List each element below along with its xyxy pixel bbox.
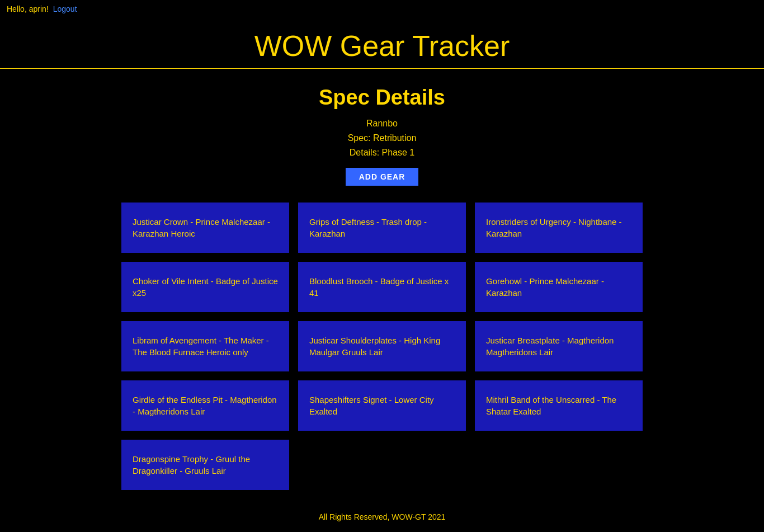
gear-card-text: Grips of Deftness - Trash drop - Karazha… <box>309 216 455 239</box>
hello-text: Hello, aprin! <box>7 4 49 13</box>
gear-card[interactable]: Bloodlust Brooch - Badge of Justice x 41 <box>298 262 466 312</box>
top-bar: Hello, aprin! Logout <box>0 0 764 18</box>
gear-card[interactable]: Ironstriders of Urgency - Nightbane - Ka… <box>475 203 643 253</box>
details-info: Details: Phase 1 <box>350 148 415 158</box>
site-title: WOW Gear Tracker <box>0 29 764 63</box>
gear-card[interactable]: Justicar Shoulderplates - High King Maul… <box>298 321 466 371</box>
gear-card-text: Mithril Band of the Unscarred - The Shat… <box>486 394 631 417</box>
gear-card-text: Justicar Breastplate - Magtheridon Magth… <box>486 335 631 358</box>
gear-card-text: Ironstriders of Urgency - Nightbane - Ka… <box>486 216 631 239</box>
gear-card-text: Justicar Shoulderplates - High King Maul… <box>309 335 455 358</box>
gear-card-text: Libram of Avengement - The Maker - The B… <box>133 335 278 358</box>
footer-text: All Rights Reserved, WOW-GT 2021 <box>319 512 446 521</box>
gear-card[interactable]: Justicar Crown - Prince Malchezaar - Kar… <box>121 203 289 253</box>
character-name: Rannbo <box>366 119 398 129</box>
logout-link[interactable]: Logout <box>53 4 77 13</box>
footer: All Rights Reserved, WOW-GT 2021 <box>0 490 764 532</box>
gear-card-text: Dragonspine Trophy - Gruul the Dragonkil… <box>133 453 278 477</box>
gear-card-text: Girdle of the Endless Pit - Magtheridon … <box>133 394 278 417</box>
gear-grid: Justicar Crown - Prince Malchezaar - Kar… <box>112 203 652 490</box>
gear-card[interactable]: Libram of Avengement - The Maker - The B… <box>121 321 289 371</box>
site-title-container: WOW Gear Tracker <box>0 18 764 69</box>
gear-card[interactable]: Choker of Vile Intent - Badge of Justice… <box>121 262 289 312</box>
gear-card[interactable]: Mithril Band of the Unscarred - The Shat… <box>475 380 643 431</box>
gear-card[interactable]: Justicar Breastplate - Magtheridon Magth… <box>475 321 643 371</box>
gear-card-text: Choker of Vile Intent - Badge of Justice… <box>133 275 278 299</box>
gear-card[interactable]: Girdle of the Endless Pit - Magtheridon … <box>121 380 289 431</box>
main-content: Spec Details Rannbo Spec: Retribution De… <box>0 69 764 490</box>
gear-card-text: Gorehowl - Prince Malchezaar - Karazhan <box>486 275 631 299</box>
gear-card-text: Shapeshifters Signet - Lower City Exalte… <box>309 394 455 417</box>
spec-info: Spec: Retribution <box>348 133 417 143</box>
page-heading: Spec Details <box>319 86 445 110</box>
gear-card[interactable]: Dragonspine Trophy - Gruul the Dragonkil… <box>121 440 289 490</box>
gear-card[interactable]: Shapeshifters Signet - Lower City Exalte… <box>298 380 466 431</box>
gear-card[interactable]: Gorehowl - Prince Malchezaar - Karazhan <box>475 262 643 312</box>
add-gear-button[interactable]: ADD GEAR <box>346 168 419 186</box>
gear-card[interactable]: Grips of Deftness - Trash drop - Karazha… <box>298 203 466 253</box>
gear-card-text: Bloodlust Brooch - Badge of Justice x 41 <box>309 275 455 299</box>
gear-card-text: Justicar Crown - Prince Malchezaar - Kar… <box>133 216 278 239</box>
